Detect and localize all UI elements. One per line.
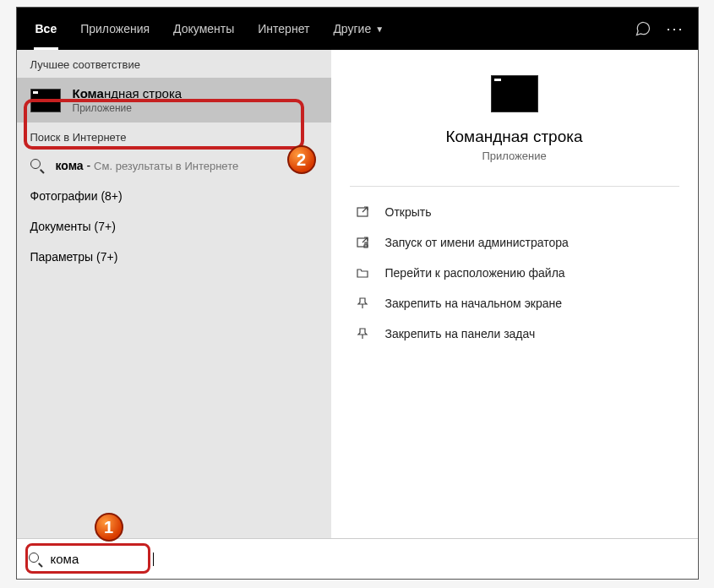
- tab-internet[interactable]: Интернет: [246, 8, 321, 50]
- best-match-item[interactable]: Командная строка Приложение: [17, 78, 331, 122]
- category-documents[interactable]: Документы (7+): [17, 211, 331, 242]
- open-icon: [353, 205, 372, 219]
- filter-tabs: Все Приложения Документы Интернет Другие…: [24, 8, 635, 50]
- tab-documents[interactable]: Документы: [161, 8, 246, 50]
- preview-cmd-icon: [491, 75, 538, 112]
- preview-panel: Командная строка Приложение Открыть Запу…: [331, 50, 698, 538]
- pin-taskbar-icon: [353, 327, 372, 340]
- annotation-badge-1: 1: [95, 513, 123, 542]
- folder-icon: [353, 266, 372, 280]
- best-match-title: Командная строка: [73, 86, 183, 101]
- action-label: Запуск от имени администратора: [385, 236, 569, 249]
- divider: [350, 186, 679, 187]
- web-search-item[interactable]: кома - См. результаты в Интернете ›: [17, 150, 331, 181]
- search-window: Все Приложения Документы Интернет Другие…: [16, 7, 699, 580]
- action-label: Открыть: [385, 205, 432, 219]
- category-settings[interactable]: Параметры (7+): [17, 242, 331, 272]
- results-panel: Лучшее соответствие Командная строка При…: [17, 50, 331, 538]
- search-icon: [29, 553, 42, 566]
- pin-start-icon: [353, 297, 372, 310]
- action-run-admin[interactable]: Запуск от имени администратора: [350, 227, 679, 258]
- search-input[interactable]: [51, 552, 152, 566]
- best-match-subtitle: Приложение: [73, 102, 183, 114]
- action-label: Закрепить на панели задач: [385, 327, 536, 340]
- search-bar: [17, 538, 698, 579]
- action-pin-taskbar[interactable]: Закрепить на панели задач: [350, 318, 679, 349]
- tab-all[interactable]: Все: [24, 8, 69, 50]
- tab-other[interactable]: Другие▼: [321, 8, 395, 50]
- web-search-header: Поиск в Интернете: [17, 122, 331, 150]
- tab-apps[interactable]: Приложения: [68, 8, 161, 50]
- feedback-icon[interactable]: [634, 19, 652, 38]
- more-icon[interactable]: ···: [666, 20, 684, 38]
- annotation-badge-2: 2: [287, 145, 316, 174]
- preview-title: Командная строка: [445, 128, 582, 146]
- action-file-location[interactable]: Перейти к расположению файла: [350, 258, 679, 288]
- action-open[interactable]: Открыть: [350, 197, 679, 227]
- action-label: Перейти к расположению файла: [385, 266, 565, 280]
- admin-icon: [353, 236, 372, 249]
- action-pin-start[interactable]: Закрепить на начальном экране: [350, 288, 679, 318]
- action-label: Закрепить на начальном экране: [385, 297, 563, 310]
- chevron-down-icon: ▼: [375, 24, 384, 34]
- best-match-header: Лучшее соответствие: [17, 50, 331, 78]
- category-photos[interactable]: Фотографии (8+): [17, 181, 331, 211]
- preview-subtitle: Приложение: [482, 150, 546, 162]
- header-bar: Все Приложения Документы Интернет Другие…: [17, 8, 698, 50]
- cmd-icon: [30, 89, 61, 112]
- search-icon: [30, 159, 44, 172]
